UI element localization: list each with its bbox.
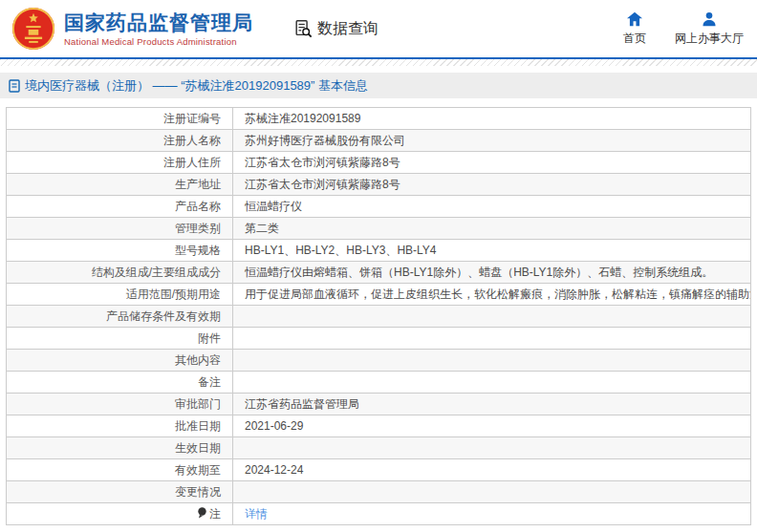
field-value: 2024-12-24 [233, 459, 751, 481]
table-row: 备注 [7, 372, 751, 394]
field-value: 恒温蜡疗仪 [233, 196, 751, 218]
table-row: 型号规格HB-LY1、HB-LY2、HB-LY3、HB-LY4 [7, 240, 751, 262]
field-value: 江苏省太仓市浏河镇紫藤路8号 [233, 152, 751, 174]
table-row: 适用范围/预期用途用于促进局部血液循环，促进上皮组织生长，软化松解瘢痕，消除肿胀… [7, 284, 751, 306]
breadcrumb: 境内医疗器械（注册） —— “苏械注准20192091589” 基本信息 [0, 73, 757, 98]
brand-block: 国家药品监督管理局 National Medical Products Admi… [64, 11, 253, 47]
table-row: 产品名称恒温蜡疗仪 [7, 196, 751, 218]
person-icon [701, 11, 718, 27]
field-label: 产品名称 [7, 196, 233, 218]
field-value: 江苏省药品监督管理局 [233, 394, 751, 415]
field-label: 注 [7, 503, 233, 525]
doc-search-icon [293, 19, 313, 38]
nav-online-hall[interactable]: 网上办事大厅 [675, 11, 744, 47]
nav-home[interactable]: 首页 [623, 11, 646, 47]
data-query-label: 数据查询 [317, 19, 378, 39]
field-value: 江苏省太仓市浏河镇紫藤路8号 [233, 174, 751, 196]
table-row: 注册人住所江苏省太仓市浏河镇紫藤路8号 [7, 152, 751, 174]
field-label: 变更情况 [7, 481, 233, 503]
field-label: 批准日期 [7, 415, 233, 437]
field-value: 恒温蜡疗仪由熔蜡箱、饼箱（HB-LY1除外）、蜡盘（HB-LY1除外）、石蜡、控… [233, 262, 751, 284]
table-row: 管理类别第二类 [7, 218, 751, 240]
table-row: 审批部门江苏省药品监督管理局 [7, 394, 751, 415]
field-value [233, 372, 751, 394]
data-query-section[interactable]: 数据查询 [293, 19, 378, 39]
stripe-divider [0, 59, 757, 66]
field-value [233, 481, 751, 503]
header: 国家药品监督管理局 National Medical Products Admi… [0, 0, 757, 59]
field-value: 2021-06-29 [233, 415, 751, 437]
table-row: 注详情 [7, 503, 751, 525]
field-label: 其他内容 [7, 350, 233, 372]
agency-subtitle: National Medical Products Administration [64, 36, 253, 47]
registration-info-table: 注册证编号苏械注准20192091589注册人名称苏州好博医疗器械股份有限公司注… [6, 107, 751, 525]
table-row: 生产地址江苏省太仓市浏河镇紫藤路8号 [7, 174, 751, 196]
table-row: 注册证编号苏械注准20192091589 [7, 108, 751, 130]
field-value [233, 328, 751, 350]
field-label: 管理类别 [7, 218, 233, 240]
field-value: 第二类 [233, 218, 751, 240]
field-value [233, 437, 751, 459]
table-row: 生效日期 [7, 437, 751, 459]
table-row: 有效期至2024-12-24 [7, 459, 751, 481]
field-value [233, 350, 751, 372]
field-label: 结构及组成/主要组成成分 [7, 262, 233, 284]
field-label: 生效日期 [7, 437, 233, 459]
field-label: 有效期至 [7, 459, 233, 481]
field-label: 产品储存条件及有效期 [7, 306, 233, 328]
table-row: 附件 [7, 328, 751, 350]
table-row: 其他内容 [7, 350, 751, 372]
field-label: 附件 [7, 328, 233, 350]
field-label: 注册人住所 [7, 152, 233, 174]
document-icon [9, 79, 20, 93]
field-value: 详情 [233, 503, 751, 525]
field-value [233, 306, 751, 328]
table-row: 产品储存条件及有效期 [7, 306, 751, 328]
detail-link[interactable]: 详情 [245, 507, 268, 521]
nav-home-label: 首页 [623, 31, 646, 47]
table-row: 注册人名称苏州好博医疗器械股份有限公司 [7, 130, 751, 152]
breadcrumb-text: 境内医疗器械（注册） —— “苏械注准20192091589” 基本信息 [25, 77, 368, 95]
note-icon [197, 507, 207, 519]
field-label: 备注 [7, 372, 233, 394]
field-label: 注册人名称 [7, 130, 233, 152]
field-label: 适用范围/预期用途 [7, 284, 233, 306]
table-row: 批准日期2021-06-29 [7, 415, 751, 437]
field-value: 苏州好博医疗器械股份有限公司 [233, 130, 751, 152]
home-icon [626, 11, 643, 27]
field-value: 用于促进局部血液循环，促进上皮组织生长，软化松解瘢痕，消除肿胀，松解粘连，镇痛解… [233, 284, 751, 306]
agency-title: 国家药品监督管理局 [64, 11, 253, 34]
field-value: 苏械注准20192091589 [233, 108, 751, 130]
field-label: 审批部门 [7, 394, 233, 415]
field-value: HB-LY1、HB-LY2、HB-LY3、HB-LY4 [233, 240, 751, 262]
field-label: 注册证编号 [7, 108, 233, 130]
national-emblem-logo [11, 7, 55, 51]
info-table-body: 注册证编号苏械注准20192091589注册人名称苏州好博医疗器械股份有限公司注… [7, 108, 751, 525]
nav-online-hall-label: 网上办事大厅 [675, 31, 744, 47]
field-label: 型号规格 [7, 240, 233, 262]
field-label: 生产地址 [7, 174, 233, 196]
table-row: 变更情况 [7, 481, 751, 503]
table-row: 结构及组成/主要组成成分恒温蜡疗仪由熔蜡箱、饼箱（HB-LY1除外）、蜡盘（HB… [7, 262, 751, 284]
